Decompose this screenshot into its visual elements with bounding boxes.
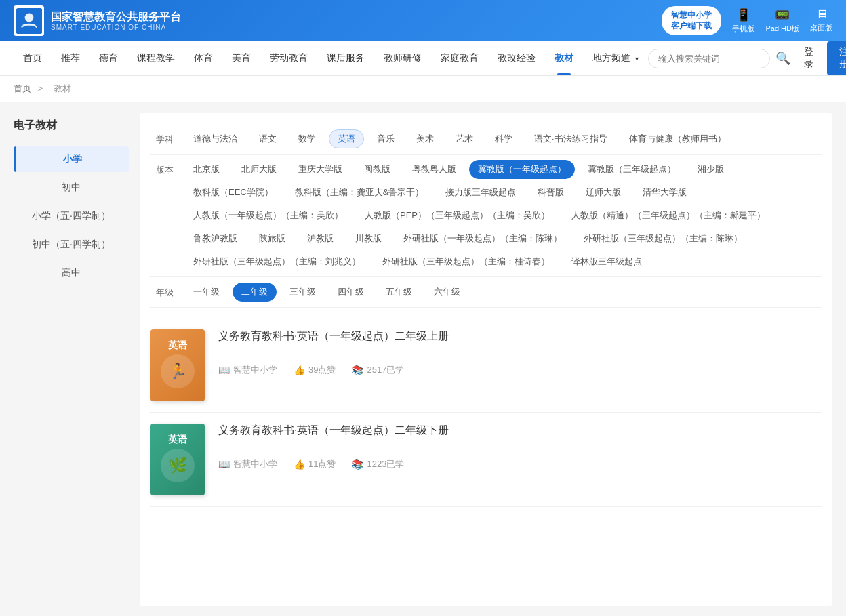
book-cover-1[interactable]: 英语 🏃 <box>150 329 205 401</box>
table-row: 英语 🏃 义务教育教科书·英语（一年级起点）二年级上册 📖 智慧中小学 👍 39 <box>150 319 822 413</box>
edition-renjiao-jt[interactable]: 人教版（精通）（三年级起点）（主编：郝建平） <box>563 206 774 225</box>
subject-moral[interactable]: 道德与法治 <box>184 129 246 148</box>
nav-moral[interactable]: 德育 <box>89 41 127 75</box>
dropdown-arrow-icon: ▾ <box>635 55 639 62</box>
subject-math[interactable]: 数学 <box>289 129 325 148</box>
book-source-label-1: 智慧中小学 <box>233 364 277 376</box>
nav-recommend[interactable]: 推荐 <box>52 41 89 75</box>
grade-6[interactable]: 六年级 <box>425 283 469 302</box>
nav-pe[interactable]: 体育 <box>184 41 222 75</box>
edition-ji-y3[interactable]: 冀教版（三年级起点） <box>579 160 685 179</box>
nav-home[interactable]: 首页 <box>14 41 52 75</box>
edition-wai-y1[interactable]: 外研社版（一年级起点）（主编：陈琳） <box>395 229 571 248</box>
edition-min[interactable]: 闽教版 <box>355 160 399 179</box>
book-source-2: 📖 智慧中小学 <box>218 458 277 470</box>
mobile-platform[interactable]: 📱 手机版 <box>732 7 754 34</box>
mobile-icon: 📱 <box>736 7 751 22</box>
nav-textbook[interactable]: 教材 <box>545 41 583 75</box>
grade-3[interactable]: 三年级 <box>281 283 325 302</box>
edition-liaoshi[interactable]: 辽师大版 <box>577 183 630 202</box>
sidebar-item-middle-54[interactable]: 初中（五·四学制） <box>14 232 129 258</box>
subject-arts[interactable]: 艺术 <box>447 129 482 148</box>
edition-wai-gui[interactable]: 外研社版（三年级起点）（主编：桂诗春） <box>374 252 559 271</box>
source-icon-2: 📖 <box>218 459 230 470</box>
grade-5[interactable]: 五年级 <box>377 283 421 302</box>
pad-label: Pad HD版 <box>765 24 799 34</box>
subject-fineart[interactable]: 美术 <box>407 129 443 148</box>
nav-afterschool[interactable]: 课后服务 <box>317 41 374 75</box>
grade-4[interactable]: 四年级 <box>329 283 373 302</box>
book-cover-title-1: 英语 <box>161 340 195 352</box>
edition-renjiao-y1[interactable]: 人教版（一年级起点）（主编：吴欣） <box>184 206 352 225</box>
nav-local[interactable]: 地方频道 ▾ <box>583 41 648 75</box>
like-icon-2: 👍 <box>294 459 305 470</box>
book-source-label-2: 智慧中小学 <box>233 458 277 470</box>
book-learners-count-2: 1223已学 <box>367 458 404 470</box>
edition-renjiao-pep[interactable]: 人教版（PEP）（三年级起点）（主编：吴欣） <box>356 206 559 225</box>
edition-wai-y3[interactable]: 外研社版（三年级起点）（主编：陈琳） <box>575 229 751 248</box>
nav-art[interactable]: 美育 <box>222 41 260 75</box>
edition-hu[interactable]: 沪教版 <box>298 229 342 248</box>
logo-image <box>14 5 44 36</box>
book-title-1[interactable]: 义务教育教科书·英语（一年级起点）二年级上册 <box>218 329 822 344</box>
breadcrumb-home[interactable]: 首页 <box>14 83 31 94</box>
sidebar: 电子教材 小学 初中 小学（五·四学制） 初中（五·四学制） 高中 <box>14 113 129 606</box>
edition-xiang[interactable]: 湘少版 <box>689 160 733 179</box>
logo-cn: 国家智慧教育公共服务平台 <box>51 10 181 24</box>
subject-chinese[interactable]: 语文 <box>250 129 285 148</box>
edition-yilin[interactable]: 译林版三年级起点 <box>563 252 651 271</box>
book-meta-1: 📖 智慧中小学 👍 39点赞 📚 2517已学 <box>218 364 822 376</box>
pad-platform[interactable]: 📟 Pad HD版 <box>765 7 799 34</box>
edition-lu-hu[interactable]: 鲁教沪教版 <box>184 229 246 248</box>
edition-beijing[interactable]: 北京版 <box>184 160 228 179</box>
subject-calligraphy[interactable]: 语文·书法练习指导 <box>525 129 616 148</box>
edition-ji-y1[interactable]: 冀教版（一年级起点） <box>469 160 575 179</box>
table-row: 英语 🌿 义务教育教科书·英语（一年级起点）二年级下册 📖 智慧中小学 👍 11 <box>150 413 822 507</box>
edition-kj-gong[interactable]: 教科版（主编：龚亚夫&鲁宗干） <box>286 183 433 202</box>
book-cover-deco-2: 🌿 <box>161 449 195 482</box>
edition-filter-tags: 北京版 北师大版 重庆大学版 闽教版 粤教粤人版 冀教版（一年级起点） 冀教版（… <box>184 160 822 271</box>
book-title-2[interactable]: 义务教育教科书·英语（一年级起点）二年级下册 <box>218 424 822 438</box>
subject-pe[interactable]: 体育与健康（教师用书） <box>620 129 735 148</box>
logo-en: SMART EDUCATION OF CHINA <box>51 24 181 31</box>
client-download-button[interactable]: 智慧中小学 客户端下载 <box>662 6 721 35</box>
edition-chuan[interactable]: 川教版 <box>346 229 390 248</box>
breadcrumb-separator: > <box>38 83 43 94</box>
sidebar-item-middle[interactable]: 初中 <box>14 175 129 201</box>
edition-yue[interactable]: 粤教粤人版 <box>403 160 465 179</box>
platform-icons: 📱 手机版 📟 Pad HD版 🖥 桌面版 <box>732 7 832 34</box>
register-button[interactable]: 注册 <box>827 41 846 75</box>
edition-beishida[interactable]: 北师大版 <box>233 160 285 179</box>
subject-science[interactable]: 科学 <box>486 129 521 148</box>
search-button[interactable]: 🔍 <box>776 51 790 66</box>
edition-shan[interactable]: 陕旅版 <box>250 229 294 248</box>
search-input[interactable] <box>648 49 770 68</box>
sidebar-item-high[interactable]: 高中 <box>14 260 129 286</box>
book-list: 英语 🏃 义务教育教科书·英语（一年级起点）二年级上册 📖 智慧中小学 👍 39 <box>150 319 822 507</box>
nav-teacher[interactable]: 教师研修 <box>374 41 431 75</box>
edition-kepu[interactable]: 科普版 <box>529 183 573 202</box>
book-cover-2[interactable]: 英语 🌿 <box>150 424 205 495</box>
grade-filter-label: 年级 <box>150 283 179 302</box>
sidebar-item-primary[interactable]: 小学 <box>14 146 129 172</box>
grade-1[interactable]: 一年级 <box>184 283 228 302</box>
login-button[interactable]: 登录 <box>796 42 822 75</box>
desktop-icon: 🖥 <box>815 7 828 22</box>
subject-music[interactable]: 音乐 <box>368 129 403 148</box>
nav-course[interactable]: 课程教学 <box>127 41 184 75</box>
nav-family[interactable]: 家庭教育 <box>431 41 488 75</box>
edition-kjEEC[interactable]: 教科版（EEC学院） <box>184 183 282 202</box>
sidebar-item-primary-54[interactable]: 小学（五·四学制） <box>14 203 129 229</box>
nav-labor[interactable]: 劳动教育 <box>260 41 317 75</box>
desktop-platform[interactable]: 🖥 桌面版 <box>810 7 832 34</box>
book-cover-deco-1: 🏃 <box>161 354 195 388</box>
book-likes-2: 👍 11点赞 <box>294 458 336 470</box>
edition-jieli[interactable]: 接力版三年级起点 <box>437 183 525 202</box>
grade-2[interactable]: 二年级 <box>233 283 277 302</box>
subject-english[interactable]: 英语 <box>329 129 364 148</box>
auth-buttons: 登录 注册 <box>796 41 846 75</box>
edition-chongqing[interactable]: 重庆大学版 <box>289 160 351 179</box>
edition-wai-liu[interactable]: 外研社版（三年级起点）（主编：刘兆义） <box>184 252 369 271</box>
nav-reform[interactable]: 教改经验 <box>488 41 545 75</box>
edition-qinghua[interactable]: 清华大学版 <box>634 183 696 202</box>
